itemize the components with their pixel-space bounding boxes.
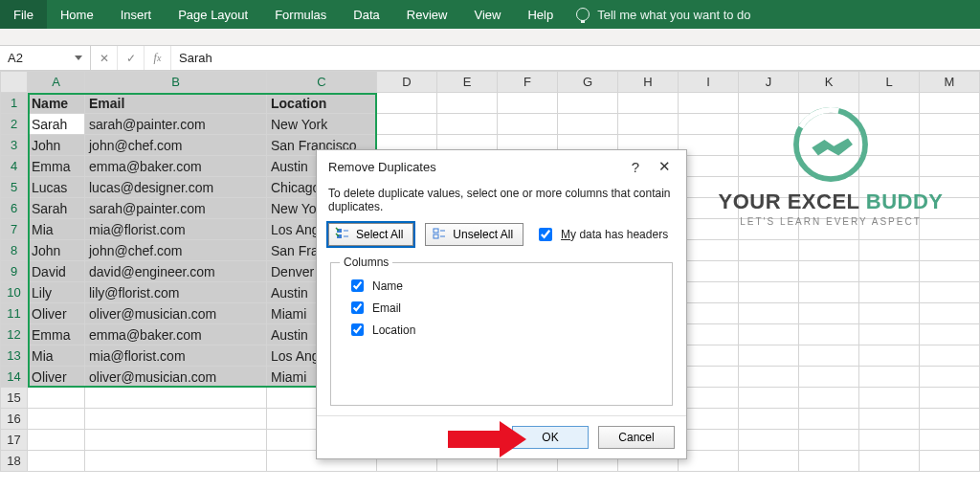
cell-K13[interactable] xyxy=(799,345,859,367)
tab-file[interactable]: File xyxy=(0,0,47,29)
cell-D1[interactable] xyxy=(377,93,437,114)
cell-L16[interactable] xyxy=(859,409,920,430)
headers-checkbox-input[interactable] xyxy=(539,228,552,241)
cell-H2[interactable] xyxy=(618,114,679,135)
tell-me-search[interactable]: Tell me what you want to do xyxy=(567,0,750,29)
column-header-J[interactable]: J xyxy=(739,72,799,93)
cell-M14[interactable] xyxy=(920,367,980,388)
cell-B17[interactable] xyxy=(85,430,267,451)
cell-M18[interactable] xyxy=(920,451,980,472)
cell-J10[interactable] xyxy=(739,282,799,303)
cell-K9[interactable] xyxy=(799,261,859,282)
cell-M10[interactable] xyxy=(920,282,980,303)
row-header-3[interactable]: 3 xyxy=(1,135,28,156)
cell-B7[interactable]: mia@florist.com xyxy=(85,219,267,240)
cell-B14[interactable]: oliver@musician.com xyxy=(85,367,267,388)
cell-M17[interactable] xyxy=(920,430,980,451)
headers-checkbox[interactable]: My data has headers xyxy=(535,225,668,244)
column-checkbox-input-email[interactable] xyxy=(351,301,364,314)
tab-home[interactable]: Home xyxy=(47,0,107,29)
help-button[interactable]: ? xyxy=(621,159,650,175)
tab-formulas[interactable]: Formulas xyxy=(261,0,340,29)
select-all-cells[interactable] xyxy=(1,72,28,93)
cell-B2[interactable]: sarah@painter.com xyxy=(85,114,267,135)
cell-L18[interactable] xyxy=(859,451,920,472)
row-header-11[interactable]: 11 xyxy=(1,303,28,324)
row-header-6[interactable]: 6 xyxy=(1,198,28,219)
cell-K14[interactable] xyxy=(799,367,859,388)
cell-B18[interactable] xyxy=(85,451,267,472)
column-header-B[interactable]: B xyxy=(85,72,267,93)
cell-J18[interactable] xyxy=(739,451,799,472)
row-header-17[interactable]: 17 xyxy=(1,430,28,451)
cell-M13[interactable] xyxy=(920,345,980,367)
row-header-4[interactable]: 4 xyxy=(1,156,28,177)
cell-K11[interactable] xyxy=(799,303,859,324)
cell-L13[interactable] xyxy=(859,345,920,367)
cell-B15[interactable] xyxy=(85,388,267,409)
row-header-16[interactable]: 16 xyxy=(1,409,28,430)
cell-B10[interactable]: lily@florist.com xyxy=(85,282,267,303)
row-header-1[interactable]: 1 xyxy=(1,93,28,114)
tab-data[interactable]: Data xyxy=(340,0,392,29)
cell-G2[interactable] xyxy=(558,114,618,135)
cell-B5[interactable]: lucas@designer.com xyxy=(85,177,267,198)
cell-A3[interactable]: John xyxy=(28,135,85,156)
cell-K12[interactable] xyxy=(799,324,859,345)
cell-J16[interactable] xyxy=(739,409,799,430)
column-header-F[interactable]: F xyxy=(498,72,558,93)
column-checkbox-location[interactable]: Location xyxy=(347,319,656,341)
cell-M12[interactable] xyxy=(920,324,980,345)
column-header-G[interactable]: G xyxy=(558,72,618,93)
cell-L8[interactable] xyxy=(859,240,920,261)
column-header-I[interactable]: I xyxy=(679,72,739,93)
cell-D2[interactable] xyxy=(377,114,437,135)
cell-C2[interactable]: New York xyxy=(267,114,377,135)
row-header-15[interactable]: 15 xyxy=(1,388,28,409)
cell-M11[interactable] xyxy=(920,303,980,324)
cell-B16[interactable] xyxy=(85,409,267,430)
cell-A11[interactable]: Oliver xyxy=(28,303,85,324)
column-checkbox-name[interactable]: Name xyxy=(347,275,656,297)
cell-B1[interactable]: Email xyxy=(85,93,267,114)
row-header-7[interactable]: 7 xyxy=(1,219,28,240)
cell-L9[interactable] xyxy=(859,261,920,282)
cell-C1[interactable]: Location xyxy=(267,93,377,114)
tab-help[interactable]: Help xyxy=(514,0,567,29)
cell-A13[interactable]: Mia xyxy=(28,345,85,367)
cell-L14[interactable] xyxy=(859,367,920,388)
cell-K17[interactable] xyxy=(799,430,859,451)
cell-A4[interactable]: Emma xyxy=(28,156,85,177)
cell-L15[interactable] xyxy=(859,388,920,409)
cell-A7[interactable]: Mia xyxy=(28,219,85,240)
cell-L10[interactable] xyxy=(859,282,920,303)
cell-A10[interactable]: Lily xyxy=(28,282,85,303)
row-header-13[interactable]: 13 xyxy=(1,345,28,367)
cell-L12[interactable] xyxy=(859,324,920,345)
cell-A16[interactable] xyxy=(28,409,85,430)
cell-K8[interactable] xyxy=(799,240,859,261)
cell-M8[interactable] xyxy=(920,240,980,261)
cell-F1[interactable] xyxy=(498,93,558,114)
cell-G1[interactable] xyxy=(558,93,618,114)
column-header-A[interactable]: A xyxy=(28,72,85,93)
row-header-10[interactable]: 10 xyxy=(1,282,28,303)
cell-K10[interactable] xyxy=(799,282,859,303)
close-button[interactable]: ✕ xyxy=(650,158,679,175)
cell-M9[interactable] xyxy=(920,261,980,282)
cell-B11[interactable]: oliver@musician.com xyxy=(85,303,267,324)
cell-A1[interactable]: Name xyxy=(28,93,85,114)
name-box[interactable]: A2 xyxy=(0,46,91,70)
cell-L17[interactable] xyxy=(859,430,920,451)
column-header-C[interactable]: C xyxy=(267,72,377,93)
cell-F2[interactable] xyxy=(498,114,558,135)
cell-A12[interactable]: Emma xyxy=(28,324,85,345)
cell-B13[interactable]: mia@florist.com xyxy=(85,345,267,367)
cell-E1[interactable] xyxy=(437,93,498,114)
unselect-all-button[interactable]: Unselect All xyxy=(425,223,523,246)
cell-A6[interactable]: Sarah xyxy=(28,198,85,219)
cell-A15[interactable] xyxy=(28,388,85,409)
row-header-14[interactable]: 14 xyxy=(1,367,28,388)
column-checkbox-input-location[interactable] xyxy=(351,323,364,336)
cell-J12[interactable] xyxy=(739,324,799,345)
